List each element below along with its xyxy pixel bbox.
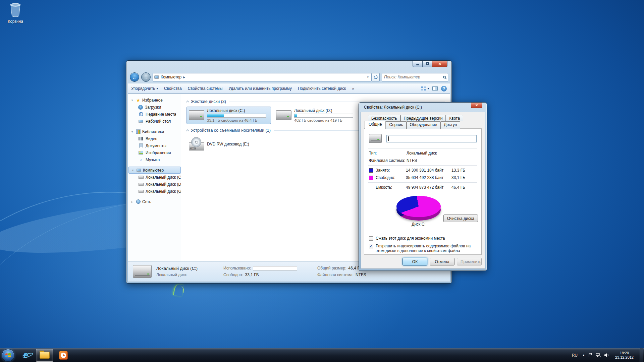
change-view-button[interactable]: ▾ [421,86,429,90]
maximize-button[interactable] [423,61,432,67]
collapse-chevron-icon[interactable] [186,101,190,104]
search-input[interactable] [384,75,443,79]
sidebar-disk-d-label: Локальный диск (D [146,182,181,187]
text-caret [388,136,389,141]
tab-general[interactable]: Общие [365,121,386,129]
compress-checkbox-row[interactable]: Сжать этот диск для экономии места [369,236,477,241]
tab-tools[interactable]: Сервис [386,121,406,129]
toolbar-map-network-drive[interactable]: Подключить сетевой диск [298,86,346,91]
tab-previous-versions-label: Предыдущие версии [404,116,443,121]
volume-tray-icon[interactable] [604,353,609,357]
back-button[interactable]: ← [130,72,139,82]
toolbar-overflow-chevron[interactable]: » [352,86,354,91]
sidebar-item-videos[interactable]: Видео [128,135,181,142]
tab-hardware[interactable]: Оборудование [407,121,441,129]
dvd-drive-tile[interactable]: DVD DVD RW дисковод (E:) [186,135,271,153]
taskbar-ie-button[interactable]: e [17,349,35,362]
details-drive-name: Локальный диск (C:) [156,266,220,271]
sidebar-item-documents[interactable]: Документы [128,142,181,149]
action-center-icon[interactable] [588,353,592,357]
sidebar-item-local-disk-g[interactable]: Локальный диск (G [128,188,181,195]
type-label: Тип: [369,151,407,156]
tab-sharing[interactable]: Доступ [440,121,460,129]
taskbar-clock[interactable]: 18:20 23.12.2012 [612,351,636,360]
start-button[interactable] [2,349,14,362]
volume-label-input[interactable] [386,135,477,142]
toolbar-organize[interactable]: Упорядочить ▾ [131,86,158,91]
explorer-titlebar[interactable]: × [128,61,450,71]
index-checkbox-row[interactable]: ✓ Разрешить индексировать содержимое фай… [369,244,477,253]
close-button[interactable]: × [432,61,447,67]
network-tray-icon[interactable] [596,353,601,357]
free-bytes: 35 604 492 288 байт [406,175,451,180]
expander-icon[interactable]: ▾ [131,169,135,172]
cancel-button[interactable]: Отмена [430,258,454,265]
used-gb: 13,3 ГБ [451,168,477,173]
sidebar-item-pictures[interactable]: Изображения [128,149,181,156]
internet-explorer-icon: e [23,351,28,360]
recycle-bin-icon [8,2,23,17]
properties-dialog: Свойства: Локальный диск (C:) × Безопасн… [359,102,487,271]
expander-icon[interactable]: ▾ [130,99,134,102]
show-desktop-button[interactable] [640,348,643,362]
type-value: Локальный диск [407,151,477,156]
sidebar-section-libraries[interactable]: ▾ Библиотеки [128,128,181,135]
sidebar-item-music[interactable]: ♪ Музыка [128,156,181,163]
toolbar-system-properties[interactable]: Свойства системы [188,86,223,91]
taskbar-media-player-button[interactable] [55,349,72,362]
drive-tile-d[interactable]: Локальный диск (D:) 402 ГБ свободно из 4… [274,107,358,124]
drive-tile-c[interactable]: Локальный диск (C:) 33,1 ГБ свободно из … [186,107,271,124]
computer-icon [137,169,141,172]
free-label: Свободно: [376,175,406,180]
drive-c-free-text: 33,1 ГБ свободно из 46,4 ГБ [207,118,269,122]
sidebar-desktop-label: Рабочий стол [146,119,171,124]
recycle-bin-label: Корзина [2,19,29,24]
expander-icon[interactable]: ▾ [130,130,134,133]
sidebar-disk-g-label: Локальный диск (G [146,189,181,194]
compress-checkbox[interactable] [369,236,373,241]
help-button[interactable]: ? [441,86,447,92]
ok-button[interactable]: ОК [402,258,427,265]
sidebar-section-network[interactable]: ▸ Сеть [128,198,181,205]
tab-previous-versions[interactable]: Предыдущие версии [400,115,446,121]
apply-button[interactable]: Применить [457,258,482,265]
sidebar-section-computer[interactable]: ▾ Компьютер [128,167,181,174]
used-label: Занято: [376,168,406,173]
preview-pane-button[interactable] [432,86,438,90]
address-dropdown-icon[interactable]: ▾ [366,75,370,79]
capacity-fill [294,114,297,117]
sidebar-section-favorites[interactable]: ▾ ★ Избранное [128,97,181,104]
language-indicator[interactable]: RU [571,352,579,358]
tab-security-label: Безопасность [371,116,397,121]
dialog-titlebar[interactable]: Свойства: Локальный диск (C:) × [361,103,485,112]
taskbar-explorer-button[interactable] [36,349,53,362]
search-box[interactable] [382,73,448,81]
minimize-button[interactable] [413,61,423,67]
toolbar-uninstall-program[interactable]: Удалить или изменить программу [228,86,292,91]
sidebar-item-recent-places[interactable]: Недавние места [128,111,181,118]
desktop-icon [139,120,143,123]
refresh-button[interactable] [372,73,380,81]
breadcrumb[interactable]: Компьютер [161,75,181,79]
sidebar-item-desktop[interactable]: Рабочий стол [128,118,181,125]
expander-icon[interactable]: ▸ [130,200,134,203]
collapse-chevron-icon[interactable] [186,129,190,133]
sidebar-item-local-disk-d[interactable]: Локальный диск (D [128,181,181,188]
forward-button[interactable]: → [141,72,151,82]
index-checkbox[interactable]: ✓ [369,244,373,248]
sidebar-item-downloads[interactable]: ↓ Загрузки [128,104,181,111]
dialog-close-button[interactable]: × [471,103,482,108]
sidebar-computer-label: Компьютер [143,168,164,173]
general-tab-page: Тип: Локальный диск Файловая система: NT… [364,128,482,255]
address-bar[interactable]: Компьютер ▶ ▾ [153,73,372,81]
toolbar-properties[interactable]: Свойства [164,86,182,91]
disk-cleanup-button[interactable]: Очистка диска [443,215,478,222]
hard-drive-icon [276,110,291,120]
sidebar-item-local-disk-c[interactable]: Локальный диск (C: [128,174,181,181]
capacity-label: Емкость: [376,185,406,190]
hidden-icons-arrow[interactable]: ▲ [582,354,585,357]
breadcrumb-arrow-icon[interactable]: ▶ [183,76,185,79]
taskbar: e RU ▲ 18:20 23.12.2012 [0,348,644,362]
tab-quota[interactable]: Квота [446,115,463,121]
recycle-bin-desktop-icon[interactable]: Корзина [2,2,29,24]
